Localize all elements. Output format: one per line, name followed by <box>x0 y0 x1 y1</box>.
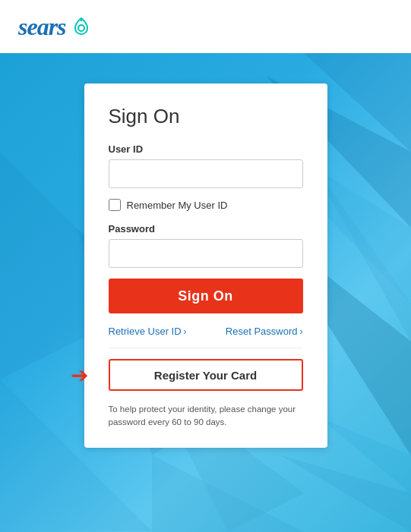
sign-on-card: Sign On User ID Remember My User ID Pass… <box>84 83 327 448</box>
password-input[interactable] <box>109 239 303 268</box>
page-title: Sign On <box>109 105 303 128</box>
user-id-input[interactable] <box>109 159 303 188</box>
remember-me-row: Remember My User ID <box>109 199 303 211</box>
reset-password-link[interactable]: Reset Password › <box>226 326 303 337</box>
chevron-right-icon-2: › <box>300 326 303 337</box>
register-card-button[interactable]: Register Your Card <box>109 359 303 391</box>
password-group: Password <box>109 223 303 268</box>
remember-label: Remember My User ID <box>127 200 228 211</box>
remember-checkbox[interactable] <box>109 199 121 211</box>
arrow-right-icon: ➔ <box>71 363 88 388</box>
user-id-label: User ID <box>109 143 303 155</box>
sears-wordmark: sears <box>18 13 66 41</box>
sears-logo: sears <box>18 13 92 41</box>
arrow-wrapper: ➔ <box>71 363 88 388</box>
main-content: Sign On User ID Remember My User ID Pass… <box>0 53 411 532</box>
chevron-right-icon: › <box>184 326 187 337</box>
retrieve-user-id-link[interactable]: Retrieve User ID › <box>109 326 187 337</box>
user-id-group: User ID <box>109 143 303 188</box>
password-label: Password <box>109 223 303 235</box>
helper-text: To help protect your identity, please ch… <box>109 403 303 430</box>
sign-on-button[interactable]: Sign On <box>109 279 303 313</box>
header: sears <box>0 0 411 53</box>
links-row: Retrieve User ID › Reset Password › <box>109 326 303 348</box>
register-row: ➔ Register Your Card <box>109 359 303 391</box>
house-icon <box>71 16 92 37</box>
